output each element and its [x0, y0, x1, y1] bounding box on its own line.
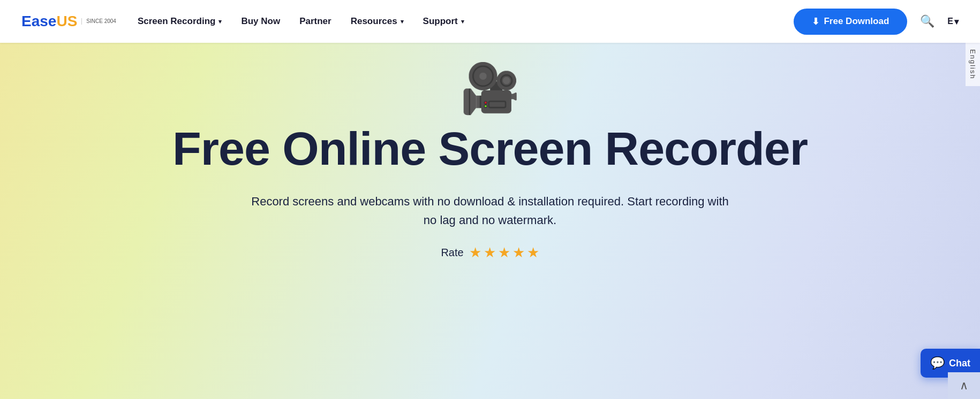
logo-us: US	[56, 13, 77, 29]
hero-section: 🎥 Free Online Screen Recorder Record scr…	[0, 0, 980, 399]
chevron-down-icon: ▾	[401, 18, 404, 25]
chevron-down-icon: ▾	[954, 17, 959, 27]
hero-title: Free Online Screen Recorder	[172, 123, 808, 175]
star-2: ★	[484, 244, 496, 261]
free-download-button[interactable]: ⬇ Free Download	[794, 9, 907, 35]
nav-links: Screen Recording ▾ Buy Now Partner Resou…	[138, 16, 794, 27]
search-icon: 🔍	[920, 14, 934, 28]
logo-ease: Ease	[21, 13, 56, 29]
star-4: ★	[512, 244, 525, 261]
chat-icon: 💬	[930, 356, 945, 370]
scroll-to-top-button[interactable]: ∧	[948, 372, 980, 399]
download-icon: ⬇	[812, 16, 819, 27]
chevron-up-icon: ∧	[960, 379, 968, 393]
star-1: ★	[469, 244, 481, 261]
star-5: ★	[527, 244, 539, 261]
nav-resources[interactable]: Resources ▾	[351, 16, 404, 27]
language-selector[interactable]: E ▾	[947, 17, 959, 27]
logo[interactable]: EaseUS SINCE 2004	[21, 13, 116, 30]
nav-support[interactable]: Support ▾	[423, 16, 464, 27]
logo-text: EaseUS	[21, 13, 77, 30]
hero-rating: Rate ★ ★ ★ ★ ★	[441, 244, 539, 261]
side-language-strip[interactable]: English	[966, 43, 980, 86]
chevron-down-icon: ▾	[218, 18, 222, 25]
star-rating: ★ ★ ★ ★ ★	[469, 244, 539, 261]
search-button[interactable]: 🔍	[918, 12, 937, 30]
video-camera-icon: 🎥	[460, 64, 520, 112]
hero-subtitle: Record screens and webcams with no downl…	[251, 192, 728, 229]
nav-right: ⬇ Free Download 🔍 E ▾	[794, 9, 959, 35]
nav-partner[interactable]: Partner	[299, 16, 331, 27]
nav-buy-now[interactable]: Buy Now	[241, 16, 280, 27]
logo-since: SINCE 2004	[81, 18, 116, 25]
nav-screen-recording[interactable]: Screen Recording ▾	[138, 16, 222, 27]
navbar: EaseUS SINCE 2004 Screen Recording ▾ Buy…	[0, 0, 980, 43]
chevron-down-icon: ▾	[461, 18, 464, 25]
hero-content: 🎥 Free Online Screen Recorder Record scr…	[0, 43, 980, 261]
star-3: ★	[498, 244, 510, 261]
